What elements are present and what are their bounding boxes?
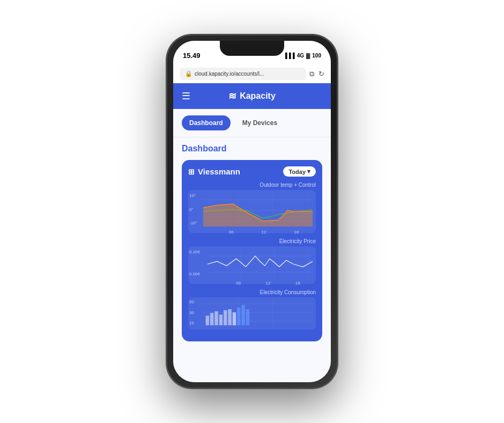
svg-rect-18: [210, 313, 213, 325]
app-header: ☰ ≋ Kapacity: [173, 83, 331, 109]
lock-icon: 🔒: [185, 70, 192, 77]
status-time: 15.49: [183, 52, 201, 60]
battery-icon: ▓: [306, 53, 310, 59]
url-text: cloud.kapacity.io/accounts/l...: [195, 71, 264, 77]
svg-rect-20: [219, 315, 223, 325]
svg-rect-25: [241, 305, 244, 325]
browser-actions: ⧉ ↻: [309, 70, 324, 78]
period-label: Today: [288, 169, 306, 175]
notch: [220, 41, 284, 56]
logo-icon: ≋: [228, 90, 236, 102]
consumption-chart-svg: [203, 300, 313, 325]
card-header: ⊞ Viessmann Today ▾: [188, 166, 316, 177]
status-icons: ▐▐▐ 4G ▓ 100: [283, 53, 321, 59]
price-chart-section: Electricity Price 0.20€ 0.00€: [188, 238, 316, 284]
hamburger-icon[interactable]: ☰: [182, 90, 190, 102]
scene: 15.49 ▐▐▐ 4G ▓ 100 🔒 cloud.kapacity.io/a…: [0, 0, 504, 423]
app-body: 🔒 cloud.kapacity.io/accounts/l... ⧉ ↻ ☰ …: [173, 64, 331, 382]
temp-chart-section: Outdoor temp + Control 10° 0° -10°: [188, 182, 316, 233]
svg-rect-26: [246, 309, 249, 325]
tab-dashboard[interactable]: Dashboard: [182, 115, 231, 130]
consumption-chart-label: Electricity Consumption: [188, 289, 316, 295]
page-content: Dashboard ⊞ Viessmann Today ▾: [173, 137, 331, 382]
temp-y-labels: 10° 0° -10°: [189, 193, 197, 225]
signal-icon: ▐▐▐: [283, 53, 294, 59]
network-type: 4G: [297, 53, 304, 59]
tab-bar: Dashboard My Devices: [173, 109, 331, 137]
price-x-labels: 06 12 18: [207, 281, 313, 286]
price-chart-label: Electricity Price: [188, 238, 316, 244]
svg-rect-23: [233, 312, 236, 325]
address-bar: 🔒 cloud.kapacity.io/accounts/l... ⧉ ↻: [173, 64, 331, 83]
device-title: ⊞ Viessmann: [188, 167, 240, 176]
device-card: ⊞ Viessmann Today ▾ Outdoor temp + Contr…: [182, 160, 322, 341]
battery-level: 100: [312, 53, 321, 59]
app-title: Kapacity: [240, 91, 276, 101]
refresh-icon[interactable]: ↻: [318, 70, 324, 78]
svg-marker-6: [203, 204, 313, 227]
price-chart-container: 0.20€ 0.00€: [188, 246, 316, 284]
price-chart-svg: [207, 251, 313, 278]
device-icon: ⊞: [188, 167, 195, 176]
temp-chart-svg: [203, 194, 313, 227]
phone-shell: 15.49 ▐▐▐ 4G ▓ 100 🔒 cloud.kapacity.io/a…: [166, 34, 338, 389]
page-title: Dashboard: [182, 144, 322, 154]
period-selector[interactable]: Today ▾: [283, 166, 316, 177]
svg-rect-17: [206, 316, 209, 325]
device-name: Viessmann: [198, 167, 240, 176]
consumption-chart-section: Electricity Consumption 50 30 10: [188, 289, 316, 330]
tabs-icon[interactable]: ⧉: [309, 70, 314, 78]
temp-chart-label: Outdoor temp + Control: [188, 182, 316, 188]
temp-chart-container: 10° 0° -10°: [188, 190, 316, 233]
consumption-y-labels: 50 30 10: [189, 300, 194, 325]
svg-rect-19: [214, 311, 218, 325]
svg-rect-21: [224, 310, 227, 325]
phone-screen: 15.49 ▐▐▐ 4G ▓ 100 🔒 cloud.kapacity.io/a…: [173, 41, 331, 382]
temp-x-labels: 06 12 18: [203, 230, 313, 235]
svg-rect-24: [237, 308, 240, 325]
svg-rect-22: [228, 309, 231, 325]
app-logo: ≋ Kapacity: [228, 90, 276, 102]
url-input[interactable]: 🔒 cloud.kapacity.io/accounts/l...: [180, 68, 306, 80]
price-y-labels: 0.20€ 0.00€: [189, 250, 200, 276]
consumption-chart-container: 50 30 10: [188, 297, 316, 330]
tab-my-devices[interactable]: My Devices: [235, 115, 285, 130]
chevron-down-icon: ▾: [307, 168, 310, 175]
